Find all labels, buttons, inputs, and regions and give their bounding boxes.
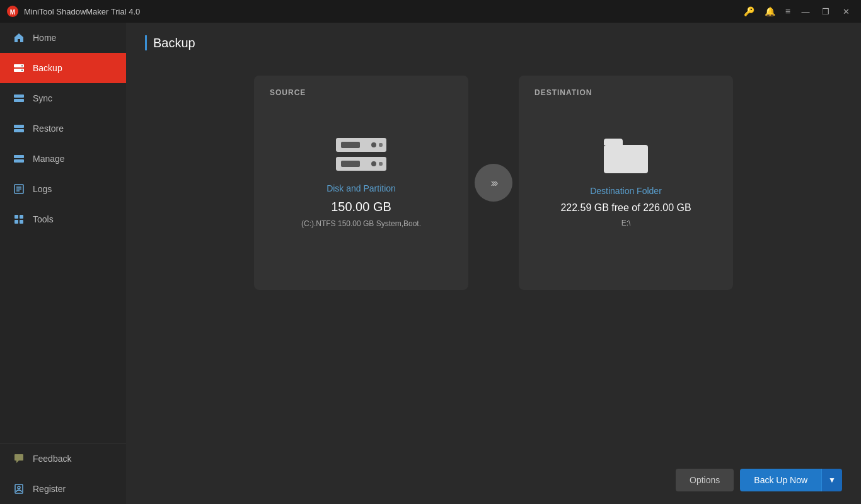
sync-icon bbox=[13, 92, 25, 105]
backup-now-button[interactable]: Back Up Now bbox=[740, 469, 821, 491]
window-controls: 🔑 🔔 ≡ — ❐ ✕ bbox=[740, 3, 855, 20]
app-logo: M bbox=[6, 5, 19, 18]
disk-dot-4 bbox=[379, 162, 383, 166]
svg-rect-11 bbox=[14, 159, 24, 163]
svg-point-23 bbox=[18, 486, 20, 489]
options-button[interactable]: Options bbox=[676, 469, 734, 491]
sidebar-label-manage: Manage bbox=[33, 154, 65, 164]
sidebar-item-manage[interactable]: Manage bbox=[0, 144, 126, 174]
feedback-icon bbox=[13, 452, 25, 465]
register-icon bbox=[13, 483, 25, 495]
backup-dropdown-button[interactable]: ▼ bbox=[821, 469, 842, 491]
sidebar-item-tools[interactable]: Tools bbox=[0, 204, 126, 234]
svg-point-5 bbox=[21, 70, 23, 71]
backup-icon bbox=[13, 62, 25, 74]
page-title: Backup bbox=[145, 35, 842, 50]
source-type: Disk and Partition bbox=[326, 183, 396, 193]
sidebar: Home Backup Sync bbox=[0, 23, 126, 504]
sidebar-item-home[interactable]: Home bbox=[0, 23, 126, 53]
disk-dot-3 bbox=[371, 161, 376, 166]
logs-icon bbox=[13, 183, 25, 195]
restore-button[interactable]: ❐ bbox=[817, 3, 835, 20]
menu-icon[interactable]: ≡ bbox=[782, 4, 794, 19]
svg-rect-18 bbox=[14, 220, 18, 224]
svg-rect-17 bbox=[20, 215, 23, 219]
destination-free: 222.59 GB free of 226.00 GB bbox=[560, 202, 691, 214]
sidebar-label-backup: Backup bbox=[33, 63, 62, 73]
tools-icon bbox=[13, 213, 25, 226]
disk-dot-2 bbox=[379, 143, 383, 147]
sidebar-label-tools: Tools bbox=[33, 214, 54, 224]
sidebar-label-feedback: Feedback bbox=[33, 454, 71, 464]
disk-dot-1 bbox=[371, 142, 376, 147]
restore-icon bbox=[13, 122, 25, 135]
svg-rect-19 bbox=[20, 220, 23, 224]
sidebar-label-register: Register bbox=[33, 484, 66, 494]
close-button[interactable]: ✕ bbox=[837, 3, 855, 20]
sidebar-item-logs[interactable]: Logs bbox=[0, 174, 126, 204]
sidebar-label-restore: Restore bbox=[33, 123, 64, 134]
folder-icon bbox=[604, 139, 648, 173]
backup-area: SOURCE Disk and Partition 150.00 GB (C:)… bbox=[145, 76, 842, 491]
svg-rect-8 bbox=[14, 125, 24, 128]
source-card[interactable]: SOURCE Disk and Partition 150.00 GB (C:)… bbox=[254, 76, 468, 290]
destination-card[interactable]: DESTINATION Destination Folder 222.59 GB… bbox=[519, 76, 733, 290]
sidebar-item-register[interactable]: Register bbox=[0, 474, 126, 504]
sidebar-bottom: Feedback Register bbox=[0, 443, 126, 504]
manage-icon bbox=[13, 152, 25, 165]
destination-label: DESTINATION bbox=[535, 88, 592, 97]
svg-rect-20 bbox=[14, 454, 23, 461]
disk-row-bottom bbox=[336, 157, 386, 171]
backup-button-group: Back Up Now ▼ bbox=[740, 469, 842, 491]
source-size: 150.00 GB bbox=[331, 200, 391, 214]
disk-row-top bbox=[336, 138, 386, 152]
folder-body bbox=[604, 145, 648, 173]
sidebar-item-restore[interactable]: Restore bbox=[0, 113, 126, 144]
main-layout: Home Backup Sync bbox=[0, 23, 861, 504]
svg-point-4 bbox=[21, 66, 23, 67]
sidebar-item-sync[interactable]: Sync bbox=[0, 83, 126, 113]
destination-path: E:\ bbox=[621, 219, 631, 227]
svg-rect-9 bbox=[14, 129, 24, 132]
source-label: SOURCE bbox=[270, 88, 306, 97]
app-title: MiniTool ShadowMaker Trial 4.0 bbox=[24, 7, 740, 16]
notification-icon[interactable]: 🔔 bbox=[761, 4, 779, 19]
direction-arrow: ››› bbox=[475, 164, 512, 202]
svg-rect-10 bbox=[14, 155, 24, 158]
svg-rect-16 bbox=[14, 215, 18, 219]
sidebar-label-logs: Logs bbox=[33, 184, 52, 194]
sidebar-item-feedback[interactable]: Feedback bbox=[0, 444, 126, 474]
pin-icon[interactable]: 🔑 bbox=[740, 4, 758, 19]
source-desc: (C:).NTFS 150.00 GB System,Boot. bbox=[301, 219, 421, 228]
disk-icon bbox=[336, 138, 386, 171]
sidebar-label-home: Home bbox=[33, 33, 56, 43]
sidebar-label-sync: Sync bbox=[33, 93, 52, 103]
sidebar-item-backup[interactable]: Backup bbox=[0, 53, 126, 83]
minimize-button[interactable]: — bbox=[797, 3, 814, 20]
titlebar: M MiniTool ShadowMaker Trial 4.0 🔑 🔔 ≡ —… bbox=[0, 0, 861, 23]
home-icon bbox=[13, 32, 25, 44]
destination-type: Destination Folder bbox=[590, 186, 662, 196]
svg-text:M: M bbox=[10, 9, 15, 16]
svg-rect-7 bbox=[14, 99, 24, 102]
svg-rect-6 bbox=[14, 94, 24, 98]
content-area: Backup SOURCE Disk and Partition 150.00 … bbox=[126, 23, 861, 504]
svg-marker-21 bbox=[16, 461, 19, 463]
bottom-bar: Options Back Up Now ▼ bbox=[676, 469, 842, 491]
